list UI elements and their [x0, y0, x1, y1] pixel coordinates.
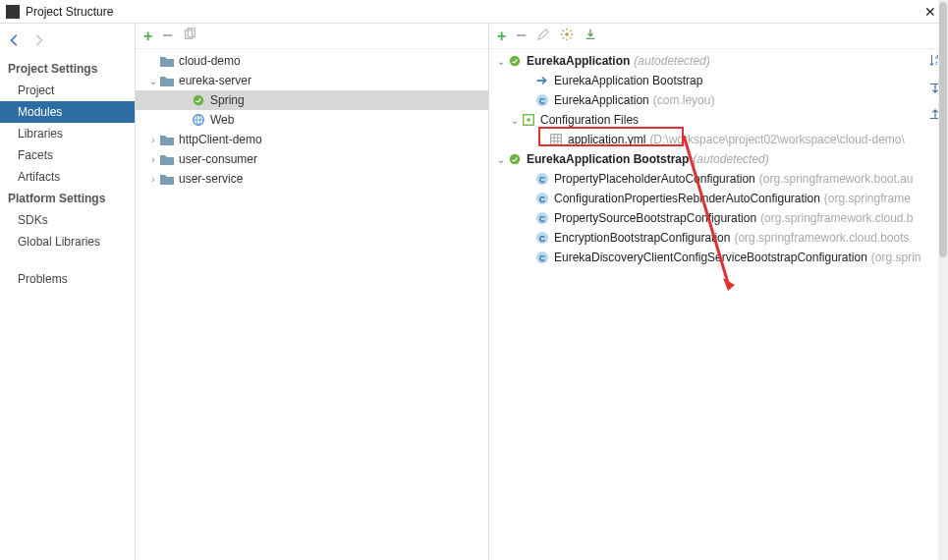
- download-button[interactable]: [584, 28, 597, 44]
- app-icon: [6, 5, 20, 19]
- forward-button[interactable]: [31, 33, 45, 50]
- detail-hint: (org.springframework.cloud.b: [760, 211, 913, 225]
- detail-hint: (org.springframework.boot.au: [759, 172, 914, 186]
- twist-icon[interactable]: ›: [147, 174, 159, 185]
- svg-text:C: C: [539, 175, 546, 185]
- detail-label: EurekaDiscoveryClientConfigServiceBootst…: [554, 251, 867, 264]
- svg-point-2: [194, 95, 204, 106]
- folder-icon: [159, 73, 175, 88]
- svg-text:C: C: [539, 96, 546, 106]
- folder-icon: [159, 53, 175, 69]
- sidebar-item-artifacts[interactable]: Artifacts: [0, 166, 135, 188]
- svg-point-4: [565, 32, 569, 36]
- detail-row[interactable]: CEncryptionBootstrapConfiguration(org.sp…: [489, 228, 948, 248]
- detail-label: EurekaApplication: [554, 93, 649, 107]
- tree-label: cloud-demo: [179, 54, 241, 68]
- detail-row[interactable]: application.yml(D:\workspace\project02\w…: [489, 130, 948, 149]
- arrow-blue-icon: [534, 73, 550, 88]
- modules-tree[interactable]: cloud-demo⌄eureka-serverSpringWeb›httpCl…: [136, 49, 488, 560]
- svg-point-13: [510, 154, 521, 165]
- detail-label: PropertyPlaceholderAutoConfiguration: [554, 172, 755, 186]
- svg-text:C: C: [539, 253, 546, 263]
- scrollbar-thumb[interactable]: [939, 2, 947, 257]
- detail-hint: (org.springframe: [824, 192, 911, 205]
- sidebar-item-problems[interactable]: Problems: [0, 268, 135, 290]
- detail-tree[interactable]: az ⌄EurekaApplication(autodetected)Eurek…: [489, 49, 948, 560]
- twist-icon[interactable]: ›: [147, 154, 159, 165]
- grid-icon: [548, 132, 564, 147]
- scrollbar[interactable]: [938, 0, 948, 560]
- detail-hint: (org.springframework.cloud.boots: [734, 231, 909, 245]
- add-button[interactable]: +: [497, 28, 506, 45]
- detail-row[interactable]: CEurekaApplication(com.leyou): [489, 90, 948, 110]
- sidebar-item-sdks[interactable]: SDKs: [0, 209, 135, 231]
- twist-icon[interactable]: ⌄: [495, 56, 507, 67]
- module-cloud-demo[interactable]: cloud-demo: [136, 51, 488, 71]
- twist-icon[interactable]: ⌄: [509, 115, 521, 126]
- tree-label: Spring: [210, 93, 245, 107]
- detail-label: ConfigurationPropertiesRebinderAutoConfi…: [554, 192, 820, 205]
- detail-row[interactable]: ⌄EurekaApplication(autodetected): [489, 51, 948, 71]
- module-httpclient-demo[interactable]: ›httpClient-demo: [136, 130, 488, 149]
- detail-label: PropertySourceBootstrapConfiguration: [554, 211, 756, 225]
- detail-label: EurekaApplication Bootstrap: [554, 74, 702, 87]
- remove-button[interactable]: −: [516, 26, 527, 46]
- twist-icon[interactable]: ⌄: [495, 154, 507, 165]
- module-web[interactable]: Web: [136, 110, 488, 130]
- settings-button[interactable]: [560, 28, 574, 44]
- module-eureka-server[interactable]: ⌄eureka-server: [136, 71, 488, 90]
- detail-toolbar: + −: [489, 24, 948, 49]
- folder-icon: [159, 151, 175, 167]
- detail-label: EurekaApplication Bootstrap: [527, 152, 689, 166]
- detail-row[interactable]: CEurekaDiscoveryClientConfigServiceBoots…: [489, 248, 948, 267]
- detail-row[interactable]: CPropertyPlaceholderAutoConfiguration(or…: [489, 169, 948, 189]
- detail-label: Configuration Files: [540, 113, 639, 127]
- add-module-button[interactable]: +: [143, 28, 152, 45]
- c-blue-icon: C: [534, 92, 550, 108]
- remove-module-button[interactable]: −: [162, 26, 173, 46]
- twist-icon[interactable]: ⌄: [147, 76, 159, 86]
- c-blue-icon: C: [534, 210, 550, 226]
- module-user-consumer[interactable]: ›user-consumer: [136, 149, 488, 169]
- svg-point-11: [527, 118, 530, 122]
- detail-panel: + − az ⌄EurekaApplication(autodetected)E…: [489, 24, 948, 560]
- window-title: Project Structure: [26, 5, 919, 19]
- sidebar-item-facets[interactable]: Facets: [0, 144, 135, 166]
- c-blue-icon: C: [534, 191, 550, 206]
- modules-panel: + − cloud-demo⌄eureka-serverSpringWeb›ht…: [136, 24, 489, 560]
- sidebar-item-modules[interactable]: Modules: [0, 101, 135, 123]
- detail-row[interactable]: CConfigurationPropertiesRebinderAutoConf…: [489, 189, 948, 208]
- sidebar-item-global-libraries[interactable]: Global Libraries: [0, 231, 135, 252]
- detail-row[interactable]: CPropertySourceBootstrapConfiguration(or…: [489, 208, 948, 228]
- config-icon: [521, 112, 536, 128]
- svg-text:C: C: [539, 195, 546, 204]
- module-spring[interactable]: Spring: [136, 90, 488, 110]
- detail-row[interactable]: EurekaApplication Bootstrap: [489, 71, 948, 90]
- web-icon: [191, 112, 206, 128]
- back-button[interactable]: [8, 33, 22, 50]
- detail-row[interactable]: ⌄Configuration Files: [489, 110, 948, 130]
- svg-text:C: C: [539, 234, 546, 244]
- spring-icon: [507, 151, 523, 167]
- section-project-settings: Project Settings: [0, 58, 135, 80]
- detail-label: EurekaApplication: [527, 54, 630, 68]
- detail-row[interactable]: ⌄EurekaApplication Bootstrap(autodetecte…: [489, 149, 948, 169]
- edit-button[interactable]: [536, 28, 550, 44]
- sidebar-item-libraries[interactable]: Libraries: [0, 123, 135, 144]
- c-blue-icon: C: [534, 250, 550, 265]
- twist-icon[interactable]: ›: [147, 135, 159, 145]
- main-layout: Project Settings ProjectModulesLibraries…: [0, 24, 948, 560]
- sidebar-item-project[interactable]: Project: [0, 80, 135, 101]
- detail-hint: (com.leyou): [653, 93, 715, 107]
- folder-icon: [159, 132, 175, 147]
- tree-label: user-consumer: [179, 152, 257, 166]
- module-user-service[interactable]: ›user-service: [136, 169, 488, 189]
- folder-icon: [159, 171, 175, 187]
- modules-toolbar: + −: [136, 24, 488, 49]
- svg-text:C: C: [539, 214, 546, 224]
- tree-label: httpClient-demo: [179, 133, 262, 146]
- copy-module-button[interactable]: [183, 28, 196, 44]
- svg-marker-25: [723, 278, 735, 291]
- detail-label: EncryptionBootstrapConfiguration: [554, 231, 730, 245]
- svg-rect-12: [551, 135, 562, 145]
